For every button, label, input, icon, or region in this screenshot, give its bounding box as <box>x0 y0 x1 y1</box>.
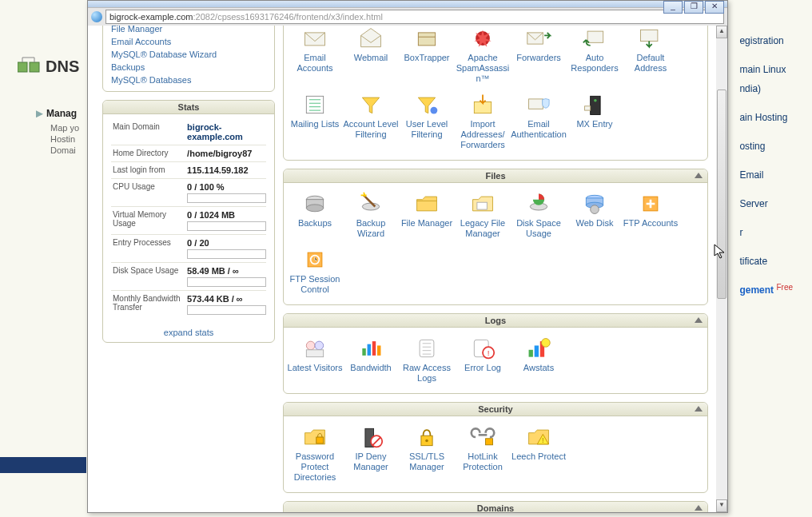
freq-link[interactable]: File Manager <box>111 26 162 34</box>
right-nav: egistrationmain Linux ndia)ain Hostingos… <box>738 26 794 305</box>
import-addresses[interactable]: Import Addresses/ Forwarders <box>455 89 511 155</box>
window-controls: _ ❐ ✕ <box>662 1 724 12</box>
svg-rect-55 <box>316 437 324 443</box>
freq-panel: Frequently Accessed Areas File ManagerEm… <box>102 26 275 92</box>
section-header[interactable]: Files <box>284 169 707 183</box>
awstats[interactable]: Awstats <box>511 332 567 388</box>
icon-label: SSL/TLS Manager <box>399 451 455 472</box>
raw-access-logs[interactable]: Raw Access Logs <box>399 332 455 388</box>
scroll-thumb[interactable] <box>717 89 726 299</box>
auto-responders[interactable]: Auto Responders <box>567 26 623 89</box>
email-accounts[interactable]: Email Accounts <box>287 26 343 89</box>
email-accounts-icon <box>299 26 331 51</box>
latest-visitors[interactable]: Latest Visitors <box>287 332 343 388</box>
password-protect[interactable]: Password Protect Directories <box>287 421 343 487</box>
legacy-file-manager[interactable]: Legacy File Manager <box>455 188 511 244</box>
svg-rect-0 <box>18 62 27 72</box>
mailing-lists[interactable]: Mailing Lists <box>287 89 343 155</box>
expand-stats-link[interactable]: expand stats <box>103 323 274 342</box>
svg-rect-38 <box>306 350 323 357</box>
forwarders[interactable]: Forwarders <box>511 26 567 89</box>
svg-point-37 <box>315 341 324 350</box>
close-button[interactable]: ✕ <box>705 1 724 14</box>
footer-strip <box>0 457 86 473</box>
right-nav-item[interactable]: r <box>738 218 794 247</box>
svg-point-60 <box>425 439 428 443</box>
section-header[interactable]: Security <box>284 403 707 416</box>
section-logs: LogsLatest VisitorsBandwidthRaw Access L… <box>283 313 708 394</box>
stat-label: Monthly Bandwidth Transfer <box>111 291 185 319</box>
stat-label: CPU Usage <box>111 179 185 207</box>
scrollbar[interactable]: ▲ ▼ <box>715 26 727 512</box>
freq-link[interactable]: Backups <box>111 62 145 72</box>
backups[interactable]: Backups <box>287 188 343 244</box>
boxtrapper[interactable]: BoxTrapper <box>399 26 455 89</box>
icon-label: Backups <box>287 218 343 229</box>
hotlink[interactable]: HotLink Protection <box>455 421 511 487</box>
ssl-tls[interactable]: SSL/TLS Manager <box>399 421 455 487</box>
stat-value: bigrock-example.com <box>185 119 266 145</box>
web-disk[interactable]: Web Disk <box>567 188 623 244</box>
account-level-filtering[interactable]: Account Level Filtering <box>343 89 399 155</box>
icon-label: User Level Filtering <box>399 119 455 140</box>
backup-wizard[interactable]: Backup Wizard <box>343 188 399 244</box>
right-nav-item[interactable]: main Linux ndia) <box>738 55 794 103</box>
svg-point-36 <box>306 341 315 350</box>
mailing-lists-icon <box>299 92 331 117</box>
file-manager[interactable]: File Manager <box>399 188 455 244</box>
web-disk-icon <box>579 191 611 217</box>
right-nav-item[interactable]: tificate <box>738 247 794 276</box>
icon-label: IP Deny Manager <box>343 451 399 472</box>
stat-value: 573.44 KB / ∞ <box>185 291 266 319</box>
minimize-button[interactable]: _ <box>663 1 683 14</box>
disk-space-usage[interactable]: Disk Space Usage <box>511 188 567 244</box>
ftp-session-control[interactable]: FTP Session Control <box>287 244 343 300</box>
raw-access-logs-icon <box>411 336 443 361</box>
default-address[interactable]: Default Address <box>623 26 679 89</box>
scroll-down-button[interactable]: ▼ <box>716 499 727 512</box>
section-header[interactable]: Domains <box>284 502 707 512</box>
freq-link[interactable]: MySQL® Database Wizard <box>111 50 217 59</box>
svg-rect-39 <box>362 348 365 356</box>
manage-link[interactable]: Manag <box>36 108 77 119</box>
freq-link[interactable]: Email Accounts <box>111 37 171 46</box>
scroll-up-button[interactable]: ▲ <box>716 26 727 38</box>
webmail[interactable]: Webmail <box>343 26 399 89</box>
icon-label: Auto Responders <box>567 53 623 74</box>
right-nav-item[interactable]: Email <box>738 161 794 189</box>
ip-deny[interactable]: IP Deny Manager <box>343 421 399 487</box>
bandwidth[interactable]: Bandwidth <box>343 332 399 388</box>
error-log-icon: ! <box>467 336 499 361</box>
bandwidth-icon <box>355 336 387 361</box>
stat-label: Entry Processes <box>111 235 185 263</box>
icon-label: Mailing Lists <box>287 119 343 129</box>
right-nav-management[interactable]: gement Free <box>738 276 794 305</box>
collapse-icon <box>695 505 703 511</box>
ftp-accounts-icon <box>635 191 667 217</box>
error-log[interactable]: !Error Log <box>455 332 511 388</box>
spamassassin[interactable]: Apache SpamAssassin™ <box>455 26 511 89</box>
ftp-accounts[interactable]: FTP Accounts <box>623 188 679 244</box>
right-nav-item[interactable]: ain Hosting <box>738 103 794 132</box>
freq-link[interactable]: MySQL® Databases <box>111 75 191 85</box>
right-nav-item[interactable]: osting <box>738 132 794 161</box>
user-level-filtering[interactable]: User Level Filtering <box>399 89 455 155</box>
stat-value: 0 / 100 % <box>185 179 266 207</box>
url-field[interactable]: bigrock-example.com:2082/cpsess169317624… <box>105 10 724 24</box>
svg-rect-6 <box>418 33 435 46</box>
maximize-button[interactable]: ❐ <box>684 1 703 14</box>
default-address-icon <box>635 26 667 51</box>
mx-entry[interactable]: MX Entry <box>567 89 623 155</box>
icon-label: Awstats <box>511 363 567 373</box>
dns-icon <box>18 56 40 74</box>
boxtrapper-icon <box>411 26 443 51</box>
stats-panel-header[interactable]: Stats <box>103 101 274 114</box>
right-nav-item[interactable]: Server <box>738 189 794 218</box>
right-nav-item[interactable]: egistration <box>738 26 794 55</box>
icon-label: Raw Access Logs <box>399 363 455 384</box>
section-header[interactable]: Logs <box>284 314 707 328</box>
ftp-session-control-icon <box>299 247 331 272</box>
email-authentication[interactable]: Email Authentication <box>511 89 567 155</box>
leech[interactable]: !Leech Protect <box>511 421 567 487</box>
svg-rect-5 <box>305 33 325 46</box>
